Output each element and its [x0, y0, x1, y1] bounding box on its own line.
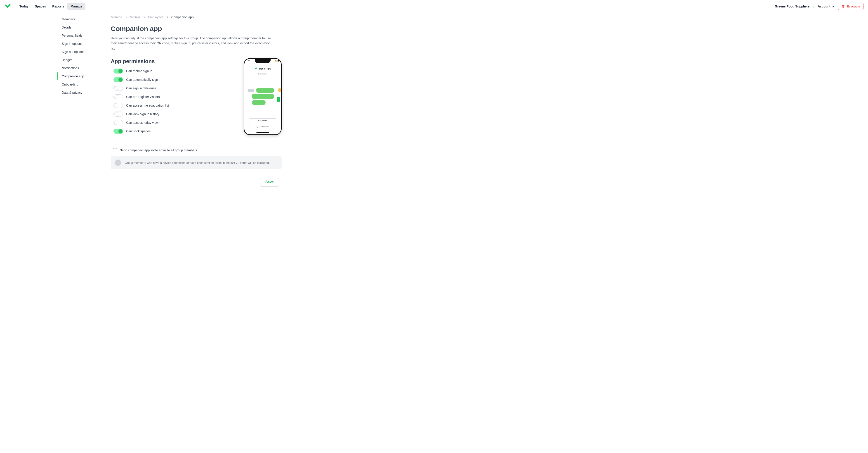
sidebar-item-details[interactable]: Details	[57, 24, 110, 31]
sidebar-item-data-privacy[interactable]: Data & privacy	[57, 89, 110, 96]
chevron-right-icon	[143, 16, 145, 18]
invite-checkbox[interactable]	[113, 148, 117, 152]
logo-icon[interactable]	[4, 3, 11, 9]
phone-about-link: ⓘ About this app	[244, 126, 281, 128]
invite-checkbox-label: Send companion app invite email to all g…	[120, 148, 197, 152]
permission-toggle[interactable]	[114, 68, 123, 74]
permission-row: Can pre-register visitors	[114, 94, 235, 99]
permission-label: Can pre-register visitors	[126, 95, 160, 98]
permission-label: Can sign in deliveries	[126, 86, 156, 90]
chevron-right-icon	[166, 16, 168, 18]
sidebar: MembersDetailsPersonal fieldsSign in opt…	[53, 16, 110, 187]
permission-toggle[interactable]	[114, 120, 123, 125]
account-dropdown[interactable]: Account	[817, 4, 834, 8]
sidebar-item-members[interactable]: Members	[57, 16, 110, 23]
phone-cta-button: Get started	[249, 118, 276, 123]
nav-item-today[interactable]: Today	[16, 3, 32, 10]
sidebar-item-notifications[interactable]: Notifications	[57, 64, 110, 72]
permission-toggle[interactable]	[114, 94, 123, 99]
breadcrumb-link[interactable]: Groups	[130, 16, 141, 19]
info-banner-text: Group members who have a device connecte…	[125, 161, 270, 165]
permission-label: Can access today view	[126, 121, 158, 124]
phone-homebar	[256, 132, 269, 133]
page-description: Here you can adjust the companion app se…	[111, 36, 274, 51]
svg-point-0	[118, 162, 118, 162]
permission-label: Can book spaces	[126, 130, 151, 133]
sidebar-item-onboarding[interactable]: Onboarding	[57, 81, 110, 88]
permission-toggle[interactable]	[114, 112, 123, 116]
permission-toggle[interactable]	[114, 129, 123, 134]
permission-row: Can sign in deliveries	[114, 86, 235, 91]
permission-label: Can mobile sign in	[126, 69, 152, 73]
breadcrumb-link[interactable]: Manage	[111, 16, 122, 19]
info-banner: Group members who have a device connecte…	[111, 157, 282, 169]
nav-item-manage[interactable]: Manage	[67, 3, 86, 10]
sidebar-item-badges[interactable]: Badges	[57, 56, 110, 64]
phone-subtitle: Companion	[244, 73, 281, 75]
nav-item-spaces[interactable]: Spaces	[32, 3, 49, 10]
phone-illustration	[249, 88, 281, 108]
shield-icon	[841, 4, 845, 8]
breadcrumb: Manage Groups Employees Companion app	[111, 16, 282, 19]
permission-toggle[interactable]	[114, 86, 123, 91]
chevron-down-icon	[832, 5, 834, 7]
sidebar-item-sign-in-options[interactable]: Sign in options	[57, 40, 110, 48]
account-label: Account	[817, 4, 830, 8]
permissions-heading: App permissions	[111, 58, 235, 64]
phone-preview: 4:45 📶 ▆ Sign In App Companion	[244, 58, 282, 135]
evacuate-button[interactable]: Evacuate	[838, 3, 864, 10]
org-name: Greens Food Suppliers	[775, 4, 810, 8]
phone-app-name: Sign In App	[258, 67, 271, 70]
save-button[interactable]: Save	[260, 178, 279, 187]
permission-toggle[interactable]	[114, 103, 123, 108]
permission-label: Can access the evacuation list	[126, 104, 169, 107]
sidebar-item-personal-fields[interactable]: Personal fields	[57, 32, 110, 39]
breadcrumb-link[interactable]: Employees	[148, 16, 164, 19]
permission-row: Can book spaces	[114, 129, 235, 134]
permission-row: Can access today view	[114, 120, 235, 125]
permission-row: Can access the evacuation list	[114, 103, 235, 108]
sidebar-item-sign-out-options[interactable]: Sign out options	[57, 48, 110, 56]
permission-row: Can automatically sign in	[114, 77, 235, 82]
chevron-right-icon	[125, 16, 127, 18]
permission-label: Can view sign in history	[126, 112, 159, 116]
nav-item-reports[interactable]: Reports	[49, 3, 67, 10]
page-title: Companion app	[111, 25, 282, 33]
permission-row: Can view sign in history	[114, 112, 235, 116]
phone-logo-icon	[254, 67, 257, 70]
evacuate-label: Evacuate	[847, 5, 860, 8]
breadcrumb-current: Companion app	[171, 16, 194, 19]
permission-label: Can automatically sign in	[126, 78, 161, 81]
sidebar-item-companion-app[interactable]: Companion app	[57, 73, 110, 80]
info-icon	[115, 160, 121, 166]
permission-row: Can mobile sign in	[114, 68, 235, 74]
permission-toggle[interactable]	[114, 77, 123, 82]
divider: |	[813, 4, 814, 8]
